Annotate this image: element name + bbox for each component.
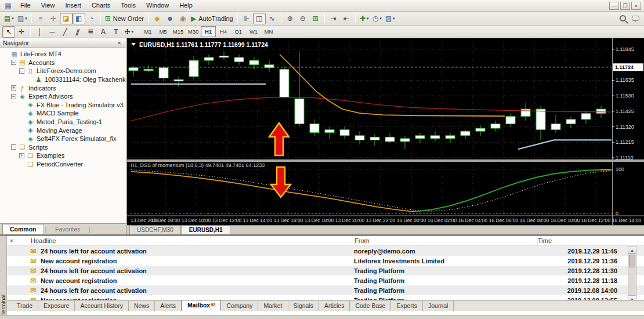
horizontal-line-icon[interactable]: ─ <box>46 26 59 38</box>
mailbox-row[interactable]: ✉New account registrationTrading Platfor… <box>7 276 644 285</box>
navigator-close-icon[interactable]: × <box>115 39 123 46</box>
terminal-tab-market[interactable]: Market <box>258 301 288 311</box>
bar-chart-icon[interactable]: ⊪ <box>240 13 253 24</box>
crosshair-icon[interactable]: ✛ <box>15 26 28 38</box>
timeframe-h1[interactable]: H1 <box>201 26 216 37</box>
text-icon[interactable]: A <box>97 26 110 38</box>
collapse-minus-icon[interactable]: − <box>11 60 16 65</box>
terminal-tab-signals[interactable]: Signals <box>288 301 319 311</box>
chart-shift-icon[interactable]: ⇤ <box>340 13 353 24</box>
timeframe-m5[interactable]: M5 <box>155 26 171 37</box>
mailbox-row[interactable]: ✉New account registrationLiteforex Inves… <box>7 256 644 266</box>
vertical-line-icon[interactable]: │ <box>33 26 46 38</box>
restore-button[interactable]: ❐ <box>620 2 630 10</box>
menu-window[interactable]: Window <box>141 1 174 10</box>
mailbox-row[interactable]: ✉24 hours left for account activationnor… <box>7 246 644 256</box>
metaeditor-icon[interactable]: ◆ <box>151 13 164 24</box>
collapse-minus-icon[interactable]: − <box>11 94 16 99</box>
tree-item-macd-sample[interactable]: ◈MACD Sample <box>0 109 126 118</box>
terminal-tab-trade[interactable]: Trade <box>12 301 38 311</box>
timeframe-m30[interactable]: M30 <box>186 26 201 37</box>
menu-charts[interactable]: Charts <box>86 1 115 10</box>
collapse-minus-icon[interactable]: − <box>11 144 16 150</box>
community-icon[interactable]: ☻ <box>164 13 176 24</box>
mailbox-row[interactable]: ✉24 hours left for account activationTra… <box>7 266 644 276</box>
chart-tab-eurusd-h1[interactable]: EURUSD,H1 <box>182 226 230 234</box>
menu-help[interactable]: Help <box>174 1 198 10</box>
templates-icon[interactable]: ▨▾ <box>383 13 397 24</box>
tree-item-expert-advisors[interactable]: −◈Expert Advisors <box>0 92 126 101</box>
column-header-time[interactable]: Time <box>537 236 621 245</box>
terminal-tab-news[interactable]: News <box>129 301 155 311</box>
tree-item-periodconverter[interactable]: ❏PeriodConverter <box>0 160 126 169</box>
terminal-tab-articles[interactable]: Articles <box>319 301 350 311</box>
periods-icon[interactable]: ◷▾ <box>371 13 383 24</box>
terminal-tab-alerts[interactable]: Alerts <box>155 301 182 311</box>
data-window-icon[interactable]: ✛ <box>47 13 60 24</box>
terminal-tab-experts[interactable]: Experts <box>391 301 423 311</box>
market-watch-icon[interactable]: ≡ <box>34 13 47 24</box>
tree-item-fx-blue-trading-simulator-v3[interactable]: ◈FX Blue - Trading Simulator v3 <box>0 101 126 110</box>
auto-scroll-icon[interactable]: ⇥ <box>327 13 340 24</box>
timeframe-h4[interactable]: H4 <box>216 26 231 37</box>
timeframe-m15[interactable]: M15 <box>171 26 186 37</box>
arrows-tool-icon[interactable]: ✣▾ <box>122 26 135 38</box>
notifications-icon[interactable]: ◉ <box>176 13 189 24</box>
column-header-from[interactable]: From <box>346 236 537 245</box>
tree-item-1003311144-oleg-tkachenko-n[interactable]: ♟1003311144: Oleg Tkachenko-N <box>0 75 126 84</box>
terminal-tab-exposure[interactable]: Exposure <box>38 301 75 311</box>
close-button[interactable]: × <box>631 2 641 10</box>
tree-item-accounts[interactable]: −▤Accounts <box>0 59 126 67</box>
tree-item-scripts[interactable]: −❏Scripts <box>0 143 126 152</box>
tree-item-examples[interactable]: +❏Examples <box>0 151 126 160</box>
timeframe-mn[interactable]: MN <box>261 26 276 37</box>
expand-plus-icon[interactable]: + <box>11 85 16 90</box>
column-header-headline[interactable]: Headline <box>7 236 346 245</box>
tree-item-indicators[interactable]: +ƒIndicators <box>0 84 126 92</box>
zoom-out-icon[interactable]: ⊖ <box>296 13 309 24</box>
timeframe-m1[interactable]: M1 <box>140 26 155 37</box>
terminal-tab-mailbox[interactable]: Mailbox92 <box>182 300 221 311</box>
line-chart-icon[interactable]: ∿ <box>266 13 278 24</box>
minimize-button[interactable]: — <box>609 2 619 10</box>
price-chart[interactable]: H1_DSS of momentum (18,6,3) 49.7401 49.7… <box>127 38 644 225</box>
timeframe-d1[interactable]: D1 <box>231 26 246 37</box>
tree-item-metod-puria-testing-1[interactable]: ◈Metod_Puria_Testing-1 <box>0 118 126 126</box>
candlestick-chart-icon[interactable]: ◫ <box>253 13 266 24</box>
cursor-icon[interactable]: ↖ <box>2 26 15 38</box>
new-chart-icon[interactable]: ▤▾ <box>2 13 16 24</box>
menu-tools[interactable]: Tools <box>115 1 141 10</box>
trendline-icon[interactable]: ╱ <box>59 26 71 38</box>
terminal-panel-icon[interactable]: ◧ <box>73 13 85 24</box>
expand-plus-icon[interactable]: + <box>19 153 24 158</box>
autotrading-button[interactable]: ▶AutoTrading <box>189 13 235 24</box>
profiles-icon[interactable]: ▥▾ <box>16 13 29 24</box>
terminal-tab-code-base[interactable]: Code Base <box>350 301 391 311</box>
menu-view[interactable]: View <box>36 1 60 10</box>
navigator-tab-favorites[interactable]: Favorites <box>48 224 88 234</box>
menu-insert[interactable]: Insert <box>60 1 86 10</box>
text-label-icon[interactable]: T <box>110 26 122 38</box>
scroll-up-icon[interactable]: ▲ <box>628 246 636 254</box>
timeframe-w1[interactable]: W1 <box>246 26 261 37</box>
navigator-panel-icon[interactable]: ◪ <box>60 13 73 24</box>
menu-file[interactable]: File <box>15 1 36 10</box>
zoom-in-icon[interactable]: ⊕ <box>284 13 296 24</box>
navigator-tab-common[interactable]: Common <box>2 224 44 234</box>
new-order-button[interactable]: ⊞New Order <box>103 13 146 24</box>
terminal-tab-journal[interactable]: Journal <box>423 301 454 311</box>
collapse-minus-icon[interactable]: − <box>19 68 24 74</box>
tree-item-liteforex-mt4[interactable]: ▦LiteForex MT4 <box>0 50 126 59</box>
fibonacci-icon[interactable]: ≣ <box>84 26 97 38</box>
scroll-thumb[interactable] <box>629 255 635 267</box>
indicators-list-icon[interactable]: ✚▾ <box>358 13 371 24</box>
strategy-tester-icon[interactable]: ◔ <box>85 13 98 24</box>
terminal-tab-company[interactable]: Company <box>221 301 258 311</box>
terminal-scrollbar[interactable]: ▲ ▼ <box>628 246 636 303</box>
tree-item-moving-average[interactable]: ◈Moving Average <box>0 126 126 135</box>
equidistant-channel-icon[interactable]: ∥ <box>71 26 84 38</box>
search-icon[interactable] <box>616 13 629 24</box>
tree-item-soft4fx-forex-simulator-fix[interactable]: ◈Soft4FX Forex Simulator_fix <box>0 135 126 143</box>
terminal-tab-account-history[interactable]: Account History <box>75 301 129 311</box>
tree-item-liteforex-demo-com[interactable]: −▯LiteForex-Demo.com <box>0 67 126 75</box>
